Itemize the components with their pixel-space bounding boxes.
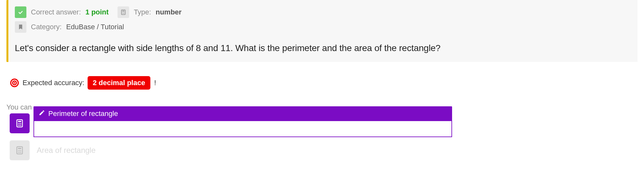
svg-point-24 [18, 152, 19, 153]
svg-point-18 [20, 125, 21, 126]
perimeter-field: Perimeter of rectangle [33, 106, 452, 137]
question-text: Let's consider a rectangle with side len… [15, 42, 631, 54]
calculator-button-perimeter[interactable] [10, 113, 30, 133]
svg-point-22 [19, 150, 20, 151]
category-label: Category: [31, 23, 62, 31]
svg-point-21 [18, 150, 19, 151]
answer-area: Area of rectangle [10, 140, 638, 160]
type-value: number [156, 8, 182, 16]
bookmark-icon [15, 21, 26, 33]
check-icon [15, 6, 26, 18]
target-icon [10, 78, 19, 88]
svg-rect-1 [122, 11, 125, 12]
calculator-icon [118, 6, 129, 18]
svg-point-5 [122, 13, 123, 14]
svg-point-4 [124, 12, 125, 13]
svg-point-6 [123, 13, 124, 14]
question-card: Correct answer: 1 point Type: number Cat… [6, 0, 638, 62]
type-label: Type: [134, 8, 151, 16]
svg-point-26 [20, 152, 21, 153]
svg-rect-20 [18, 148, 21, 149]
svg-point-17 [19, 125, 20, 126]
svg-point-23 [20, 150, 21, 151]
perimeter-input[interactable] [33, 121, 452, 137]
edit-icon [39, 110, 45, 118]
svg-point-16 [18, 125, 19, 126]
svg-point-14 [19, 123, 20, 124]
accuracy-row: Expected accuracy: 2 decimal place ! [10, 76, 638, 90]
perimeter-label: Perimeter of rectangle [48, 110, 118, 118]
meta-row-2: Category: EduBase / Tutorial [15, 21, 631, 33]
svg-rect-12 [18, 121, 21, 122]
answer-perimeter: Perimeter of rectangle [10, 106, 638, 137]
svg-point-15 [20, 123, 21, 124]
svg-point-10 [14, 82, 15, 84]
meta-row-1: Correct answer: 1 point Type: number [15, 6, 631, 18]
perimeter-field-header: Perimeter of rectangle [33, 106, 452, 121]
answers-area: Perimeter of rectangle Area of rectangle [10, 106, 638, 160]
svg-point-3 [123, 12, 124, 13]
svg-point-13 [18, 123, 19, 124]
accuracy-label: Expected accuracy: [23, 79, 84, 87]
svg-point-25 [19, 152, 20, 153]
points-value: 1 point [85, 8, 109, 16]
accuracy-exclamation: ! [154, 79, 156, 87]
category-value: EduBase / Tutorial [66, 23, 124, 31]
accuracy-badge: 2 decimal place [88, 76, 150, 90]
calculator-button-area[interactable] [10, 140, 30, 160]
area-label: Area of rectangle [33, 141, 99, 159]
correct-answer-label: Correct answer: [31, 8, 81, 16]
svg-point-7 [124, 13, 125, 14]
svg-point-2 [122, 12, 123, 13]
